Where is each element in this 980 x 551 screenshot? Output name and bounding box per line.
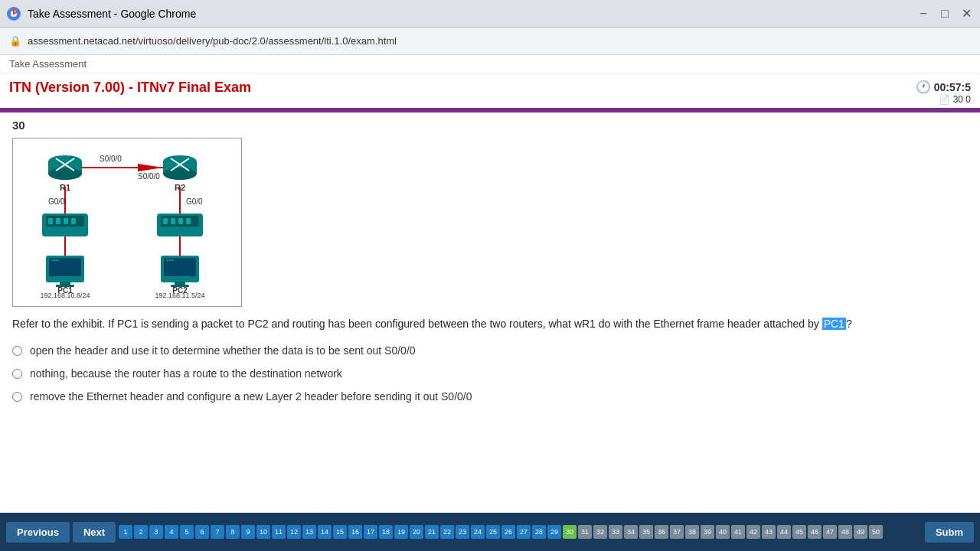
bubble-25[interactable]: 25 xyxy=(486,525,500,539)
answer-text-1[interactable]: open the header and use it to determine … xyxy=(30,344,416,357)
svg-marker-13 xyxy=(138,164,163,171)
bubble-12[interactable]: 12 xyxy=(287,525,301,539)
bubble-39[interactable]: 39 xyxy=(701,525,714,539)
bubble-15[interactable]: 15 xyxy=(333,525,347,539)
answer-option-2: nothing, because the router has a route … xyxy=(12,367,968,380)
question-bubbles: 1 2 3 4 5 6 7 8 9 10 11 12 13 14 15 16 1… xyxy=(119,525,922,539)
browser-controls: − □ ✕ xyxy=(916,6,974,21)
timer-section: 🕐 00:57:5 📄 30 0 xyxy=(916,80,971,105)
bubble-11[interactable]: 11 xyxy=(272,525,286,539)
bubble-50[interactable]: 50 xyxy=(869,525,883,539)
question-number: 30 xyxy=(12,119,968,132)
bubble-46[interactable]: 46 xyxy=(808,525,822,539)
bubble-16[interactable]: 16 xyxy=(348,525,362,539)
bubble-6[interactable]: 6 xyxy=(195,525,209,539)
browser-icon xyxy=(6,6,21,21)
bubble-29[interactable]: 29 xyxy=(547,525,561,539)
breadcrumb: Take Assessment xyxy=(0,55,980,73)
answer-option-3: remove the Ethernet header and configure… xyxy=(12,390,968,403)
bottom-navigation: Previous Next 1 2 3 4 5 6 7 8 9 10 11 12… xyxy=(0,513,980,551)
svg-rect-37 xyxy=(60,282,70,285)
lock-icon: 🔒 xyxy=(9,35,21,47)
bubble-17[interactable]: 17 xyxy=(364,525,377,539)
bubble-22[interactable]: 22 xyxy=(440,525,454,539)
bubble-32[interactable]: 32 xyxy=(593,525,607,539)
maximize-button[interactable]: □ xyxy=(937,6,952,21)
bubble-4[interactable]: 4 xyxy=(165,525,178,539)
svg-rect-25 xyxy=(71,218,76,224)
bubble-49[interactable]: 49 xyxy=(854,525,867,539)
svg-text:192.168.11.5/24: 192.168.11.5/24 xyxy=(155,292,204,298)
bubble-35[interactable]: 35 xyxy=(639,525,653,539)
svg-text:192.168.10.8/24: 192.168.10.8/24 xyxy=(40,292,90,298)
timer-value: 00:57:5 xyxy=(934,81,971,93)
timer-sub: 30 0 xyxy=(953,94,971,105)
page-header: ITN (Version 7.00) - ITNv7 Final Exam 🕐 … xyxy=(0,73,980,108)
bubble-23[interactable]: 23 xyxy=(456,525,469,539)
bubble-24[interactable]: 24 xyxy=(471,525,485,539)
bubble-18[interactable]: 18 xyxy=(379,525,393,539)
answer-text-3[interactable]: remove the Ethernet header and configure… xyxy=(30,390,472,403)
bubble-9[interactable]: 9 xyxy=(241,525,255,539)
bubble-3[interactable]: 3 xyxy=(149,525,163,539)
bubble-31[interactable]: 31 xyxy=(578,525,592,539)
bubble-48[interactable]: 48 xyxy=(838,525,852,539)
bubble-14[interactable]: 14 xyxy=(318,525,332,539)
minimize-button[interactable]: − xyxy=(916,6,931,21)
network-diagram: R1 R2 S0/0/0 S0/0/0 G0/0 G0/0 xyxy=(12,138,242,307)
bubble-1[interactable]: 1 xyxy=(119,525,132,539)
bubble-34[interactable]: 34 xyxy=(624,525,638,539)
svg-point-9 xyxy=(163,168,197,180)
bubble-28[interactable]: 28 xyxy=(532,525,546,539)
bubble-43[interactable]: 43 xyxy=(762,525,776,539)
bubble-36[interactable]: 36 xyxy=(655,525,668,539)
bubble-20[interactable]: 20 xyxy=(410,525,423,539)
bubble-42[interactable]: 42 xyxy=(746,525,760,539)
diagram-svg: R1 R2 S0/0/0 S0/0/0 G0/0 G0/0 xyxy=(19,145,234,298)
answer-text-2[interactable]: nothing, because the router has a route … xyxy=(30,367,342,380)
svg-rect-43 xyxy=(175,282,185,285)
svg-text:S0/0/0: S0/0/0 xyxy=(100,155,122,163)
bubble-37[interactable]: 37 xyxy=(670,525,684,539)
svg-rect-35 xyxy=(49,258,81,276)
bubble-26[interactable]: 26 xyxy=(501,525,515,539)
bubble-47[interactable]: 47 xyxy=(823,525,837,539)
bubble-19[interactable]: 19 xyxy=(394,525,408,539)
svg-text:S0/0/0: S0/0/0 xyxy=(138,172,160,181)
answer-radio-2[interactable] xyxy=(12,369,22,379)
timer-icon: 🕐 xyxy=(916,80,931,94)
svg-rect-24 xyxy=(64,218,68,224)
bubble-30[interactable]: 30 xyxy=(563,525,577,539)
bubble-8[interactable]: 8 xyxy=(226,525,240,539)
bubble-27[interactable]: 27 xyxy=(517,525,531,539)
bubble-38[interactable]: 38 xyxy=(685,525,699,539)
svg-rect-31 xyxy=(186,218,191,224)
r1-inline: R1 xyxy=(582,318,596,330)
answer-radio-3[interactable] xyxy=(12,392,22,402)
answer-radio-1[interactable] xyxy=(12,346,22,356)
bubble-13[interactable]: 13 xyxy=(302,525,316,539)
previous-button[interactable]: Previous xyxy=(6,522,70,543)
bubble-41[interactable]: 41 xyxy=(731,525,745,539)
next-button[interactable]: Next xyxy=(73,522,116,543)
main-content: 30 R1 R2 xyxy=(0,112,980,503)
bubble-2[interactable]: 2 xyxy=(134,525,148,539)
bubble-5[interactable]: 5 xyxy=(180,525,194,539)
svg-rect-29 xyxy=(171,218,175,224)
svg-rect-28 xyxy=(163,218,168,224)
bubble-40[interactable]: 40 xyxy=(716,525,730,539)
bubble-10[interactable]: 10 xyxy=(256,525,270,539)
exam-title: ITN (Version 7.00) - ITNv7 Final Exam xyxy=(9,80,251,96)
submit-button[interactable]: Subm xyxy=(925,522,974,543)
bubble-44[interactable]: 44 xyxy=(777,525,791,539)
answer-option-1: open the header and use it to determine … xyxy=(12,344,968,357)
browser-title: Take Assessment - Google Chrome xyxy=(28,8,196,20)
bubble-33[interactable]: 33 xyxy=(609,525,622,539)
svg-text:G0/0: G0/0 xyxy=(186,197,203,206)
close-button[interactable]: ✕ xyxy=(959,6,974,21)
bubble-45[interactable]: 45 xyxy=(792,525,806,539)
svg-text:G0/0: G0/0 xyxy=(48,197,65,206)
bubble-7[interactable]: 7 xyxy=(211,525,224,539)
bubble-21[interactable]: 21 xyxy=(425,525,439,539)
question-text: Refer to the exhibit. If PC1 is sending … xyxy=(12,316,968,332)
